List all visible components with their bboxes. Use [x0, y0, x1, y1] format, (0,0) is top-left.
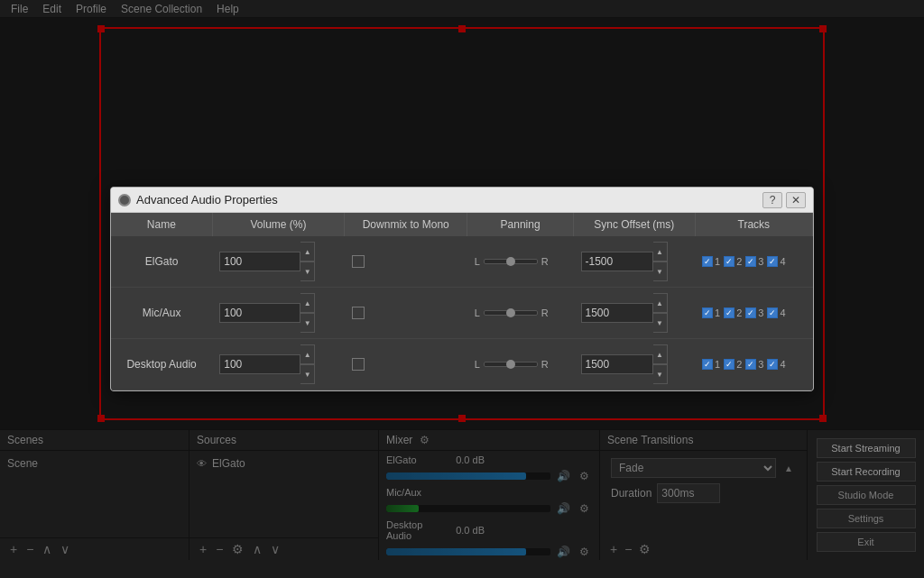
elgato-vol-up[interactable]: ▲ — [300, 242, 315, 261]
table-row: Desktop Audio ▲ ▼ — [111, 339, 813, 390]
row-micaux-sync: ▲ ▼ — [574, 288, 696, 339]
desktop-volume-input[interactable] — [219, 354, 300, 374]
advanced-audio-modal: Advanced Audio Properties ? ✕ Name Volum… — [110, 187, 814, 391]
track-1: 1 — [702, 256, 720, 267]
track-3: 3 — [745, 256, 763, 267]
row-micaux-panning: L R — [467, 288, 574, 339]
track-1-cb[interactable] — [702, 256, 713, 267]
micaux-sync-input[interactable] — [581, 303, 653, 323]
col-downmix: Downmix to Mono — [345, 213, 467, 236]
desktop-track-2: 2 — [724, 359, 742, 370]
micaux-pan-slider[interactable] — [484, 310, 538, 316]
row-desktop-name: Desktop Audio — [111, 339, 212, 390]
elgato-pan-slider[interactable] — [484, 259, 538, 264]
micaux-track-1: 1 — [702, 307, 720, 318]
row-desktop-sync: ▲ ▼ — [574, 339, 696, 390]
desktop-pan-thumb — [506, 360, 515, 369]
elgato-sync-down[interactable]: ▼ — [653, 261, 668, 281]
track-2-cb[interactable] — [724, 256, 735, 267]
track-1-label: 1 — [715, 256, 720, 267]
row-micaux-name: Mic/Aux — [111, 288, 212, 339]
elgato-pan-right-label: R — [541, 256, 549, 267]
col-name: Name — [111, 213, 212, 236]
col-volume: Volume (%) — [212, 213, 345, 236]
micaux-track-3-cb[interactable] — [745, 307, 756, 318]
desktop-track-3-cb[interactable] — [745, 359, 756, 370]
micaux-sync-up[interactable]: ▲ — [653, 293, 668, 313]
desktop-track-2-cb[interactable] — [724, 359, 735, 370]
desktop-vol-down[interactable]: ▼ — [300, 364, 315, 384]
elgato-pan-thumb — [506, 257, 515, 266]
audio-table: Name Volume (%) Downmix to Mono Panning … — [111, 213, 813, 390]
modal-overlay: Advanced Audio Properties ? ✕ Name Volum… — [0, 0, 924, 578]
desktop-track-1-cb[interactable] — [702, 359, 713, 370]
micaux-pan-thumb — [506, 308, 515, 317]
modal-title-left: Advanced Audio Properties — [118, 193, 278, 206]
micaux-track-2-label: 2 — [736, 307, 742, 318]
modal-help-button[interactable]: ? — [762, 192, 782, 208]
elgato-pan-left-label: L — [475, 256, 480, 267]
row-elgato-name: ElGato — [111, 236, 212, 288]
micaux-vol-up[interactable]: ▲ — [300, 293, 315, 313]
row-micaux-tracks: 1 2 3 4 — [695, 288, 812, 339]
desktop-track-3: 3 — [745, 359, 763, 370]
elgato-sync-input[interactable] — [581, 252, 653, 271]
row-desktop-downmix — [345, 339, 467, 390]
table-row: Mic/Aux ▲ ▼ — [111, 288, 813, 339]
modal-titlebar: Advanced Audio Properties ? ✕ — [111, 188, 813, 213]
track-4: 4 — [767, 256, 785, 267]
desktop-track-3-label: 3 — [758, 359, 763, 370]
table-row: ElGato ▲ ▼ — [111, 236, 813, 288]
micaux-track-3: 3 — [745, 307, 763, 318]
row-elgato-panning: L R — [467, 236, 574, 288]
track-3-cb[interactable] — [745, 256, 756, 267]
desktop-pan-left-label: L — [475, 359, 480, 370]
track-4-cb[interactable] — [767, 256, 778, 267]
desktop-track-1-label: 1 — [715, 359, 720, 370]
desktop-vol-up[interactable]: ▲ — [300, 344, 315, 364]
modal-close-button[interactable]: ✕ — [786, 192, 806, 208]
micaux-sync-down[interactable]: ▼ — [653, 313, 668, 333]
desktop-track-4-cb[interactable] — [767, 359, 778, 370]
elgato-sync-up[interactable]: ▲ — [653, 242, 668, 261]
elgato-downmix-cb[interactable] — [352, 255, 365, 268]
track-2: 2 — [724, 256, 742, 267]
desktop-pan-slider[interactable] — [484, 362, 538, 367]
col-tracks: Tracks — [695, 213, 812, 236]
col-panning: Panning — [467, 213, 574, 236]
micaux-volume-input[interactable] — [219, 303, 300, 323]
micaux-downmix-cb[interactable] — [352, 307, 365, 319]
modal-title-actions: ? ✕ — [762, 192, 806, 208]
micaux-track-4-cb[interactable] — [767, 307, 778, 318]
track-2-label: 2 — [736, 256, 742, 267]
row-desktop-volume: ▲ ▼ — [212, 339, 345, 390]
micaux-track-1-label: 1 — [715, 307, 720, 318]
modal-title-icon — [118, 194, 131, 206]
micaux-track-4: 4 — [767, 307, 785, 318]
row-elgato-tracks: 1 2 3 4 — [695, 236, 812, 288]
col-sync: Sync Offset (ms) — [574, 213, 696, 236]
row-elgato-volume: ▲ ▼ — [212, 236, 345, 288]
micaux-vol-down[interactable]: ▼ — [300, 313, 315, 333]
micaux-track-2-cb[interactable] — [724, 307, 735, 318]
row-micaux-downmix — [345, 288, 467, 339]
elgato-volume-input[interactable] — [219, 252, 300, 271]
micaux-track-4-label: 4 — [780, 307, 785, 318]
desktop-sync-up[interactable]: ▲ — [653, 344, 668, 364]
micaux-track-1-cb[interactable] — [702, 307, 713, 318]
desktop-track-2-label: 2 — [736, 359, 742, 370]
desktop-downmix-cb[interactable] — [352, 358, 365, 371]
desktop-sync-down[interactable]: ▼ — [653, 364, 668, 384]
modal-body: Name Volume (%) Downmix to Mono Panning … — [111, 213, 813, 390]
desktop-sync-input[interactable] — [581, 354, 653, 374]
track-3-label: 3 — [758, 256, 763, 267]
desktop-pan-right-label: R — [541, 359, 549, 370]
row-desktop-tracks: 1 2 3 4 — [695, 339, 812, 390]
micaux-track-3-label: 3 — [758, 307, 763, 318]
row-desktop-panning: L R — [467, 339, 574, 390]
row-micaux-volume: ▲ ▼ — [212, 288, 345, 339]
elgato-vol-down[interactable]: ▼ — [300, 261, 315, 281]
micaux-pan-right-label: R — [541, 307, 549, 318]
row-elgato-sync: ▲ ▼ — [574, 236, 696, 288]
modal-title-text: Advanced Audio Properties — [136, 193, 278, 206]
